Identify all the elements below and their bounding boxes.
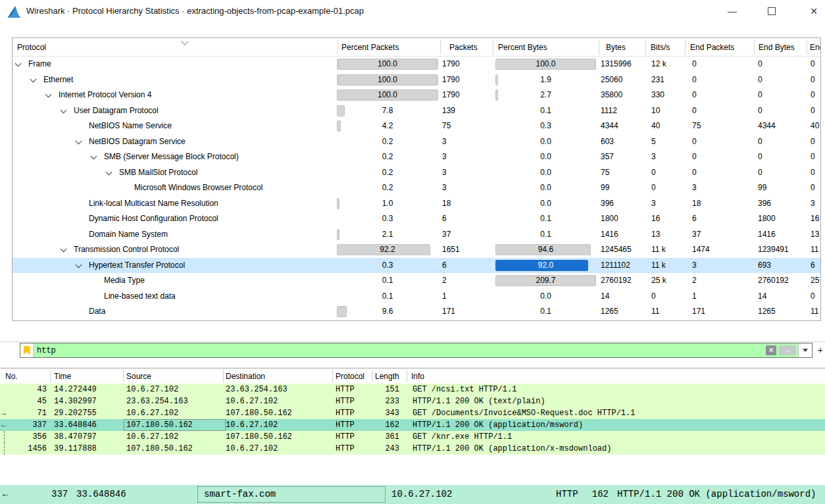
col-source[interactable]: Source (126, 372, 151, 381)
protocol-row[interactable]: Domain Name System2.10.13714161337141613 (12, 227, 820, 243)
protocol-row[interactable]: Data9.60.1171126511171126511 (12, 304, 820, 320)
end-bits-s-value: 11 k (811, 245, 821, 254)
packet-row[interactable]: 35638.47079710.6.27.102107.180.50.162HTT… (0, 431, 825, 443)
protocol-row[interactable]: Hypertext Transfer Protocol0.392.0612111… (12, 258, 820, 274)
end-bits-s-value: 0 (811, 137, 815, 146)
percent-value: 9.6 (337, 307, 438, 316)
percent-cell: 100.0 (337, 59, 438, 70)
percent-value: 0.3 (495, 121, 596, 130)
filter-bookmark-button[interactable] (20, 343, 34, 357)
percent-cell: 100.0 (337, 74, 438, 86)
packets-value: 37 (442, 230, 451, 239)
protocol-name: Domain Name System (89, 230, 168, 239)
percent-value: 0.1 (495, 214, 596, 223)
packet-info: GET /Documents/Invoice&MSO-Request.doc H… (413, 409, 635, 418)
expander-icon[interactable] (76, 261, 82, 268)
percent-value: 0.0 (495, 183, 596, 192)
protocol-row[interactable]: User Datagram Protocol7.80.1139111210000 (12, 103, 820, 119)
protocol-row[interactable]: Frame100.0100.01790131599612 k000 (12, 57, 820, 72)
col-time[interactable]: Time (54, 372, 71, 381)
expander-icon[interactable] (76, 138, 82, 144)
percent-cell: 2.7 (495, 89, 596, 101)
filter-input[interactable]: http (34, 346, 766, 355)
percent-cell: 0.1 (337, 291, 438, 302)
packet-info: HTTP/1.1 200 OK (text/plain) (413, 397, 545, 406)
packet-length: 151 (372, 385, 399, 394)
col-packets[interactable]: Packets (449, 43, 478, 52)
packet-row[interactable]: →7129.20275510.6.27.102107.180.50.162HTT… (0, 407, 825, 419)
protocol-row[interactable]: Line-based text data0.10.011401140 (12, 289, 820, 305)
zoom-info: HTTP/1.1 200 OK (application/msword) (617, 489, 816, 499)
percent-value: 0.1 (495, 106, 596, 115)
packet-info: HTTP/1.1 200 OK (application/msword) (413, 420, 583, 430)
col-length[interactable]: Length (375, 372, 399, 381)
end-bytes-value: 0 (758, 59, 762, 68)
bits-s-value: 0 (651, 168, 656, 177)
packet-protocol: HTTP (336, 397, 355, 406)
packet-row[interactable]: ←33733.648846107.180.50.16210.6.27.102HT… (0, 419, 825, 431)
col-end-bytes[interactable]: End Bytes (759, 43, 795, 52)
protocol-row[interactable]: Microsoft Windows Browser Protocol0.20.0… (12, 180, 820, 196)
col-destination[interactable]: Destination (226, 372, 265, 381)
protocol-row[interactable]: Dynamic Host Configuration Protocol0.30.… (12, 211, 820, 227)
protocol-row[interactable]: NetBIOS Datagram Service0.20.036035000 (12, 134, 820, 150)
packet-row[interactable]: 4514.30299723.63.254.16310.6.27.102HTTP2… (0, 395, 825, 407)
end-bits-s-value: 0 (811, 183, 815, 192)
bytes-value: 1112 (601, 106, 617, 115)
col-end-bits-s[interactable]: End Bits/s (810, 43, 821, 52)
col-end-packets[interactable]: End Packets (690, 43, 734, 52)
col-info[interactable]: Info (411, 372, 424, 381)
col-protocol[interactable]: Protocol (17, 43, 46, 52)
expander-icon[interactable] (61, 107, 67, 113)
packets-value: 1790 (442, 59, 460, 68)
protocol-row[interactable]: SMB (Server Message Block Protocol)0.20.… (12, 149, 820, 165)
packet-row[interactable]: 4314.27244910.6.27.10223.63.254.163HTTP1… (0, 384, 825, 395)
expander-icon[interactable] (30, 76, 37, 82)
protocol-row[interactable]: Media Type0.1209.72276019225 k2276019225… (12, 273, 820, 289)
percent-value: 92.2 (337, 245, 438, 254)
bits-s-value: 5 (651, 137, 656, 146)
bits-s-value: 12 k (651, 59, 666, 68)
minimize-button[interactable]: — (722, 4, 742, 18)
bits-s-value: 0 (651, 291, 656, 301)
protocol-row[interactable]: NetBIOS Name Service4.20.375434440754344… (12, 118, 820, 134)
percent-cell: 0.0 (495, 198, 596, 209)
end-bits-s-value: 3 (811, 199, 815, 208)
protocol-row[interactable]: Link-local Multicast Name Resolution1.00… (12, 196, 820, 212)
filter-clear-button[interactable]: ✕ (766, 345, 776, 355)
protocol-row[interactable]: Ethernet100.01.9179025060231000 (12, 72, 820, 88)
packet-length: 233 (372, 397, 399, 406)
end-bytes-value: 693 (758, 261, 771, 270)
protocol-row[interactable]: Transmission Control Protocol92.294.6165… (12, 242, 820, 258)
col-bits-s[interactable]: Bits/s (651, 43, 670, 52)
packet-protocol: HTTP (336, 420, 355, 430)
filter-dropdown-button[interactable] (798, 343, 812, 357)
expander-icon[interactable] (61, 246, 67, 253)
filter-apply-button[interactable]: → (779, 345, 796, 355)
packets-value: 1790 (442, 90, 460, 99)
protocol-row[interactable]: Internet Protocol Version 4100.02.717903… (12, 88, 820, 103)
filter-add-button[interactable]: + (816, 343, 825, 357)
bits-s-value: 25 k (651, 276, 666, 285)
protocol-row[interactable]: SMB MailSlot Protocol0.20.03750000 (12, 165, 820, 181)
packet-length: 361 (372, 432, 399, 441)
end-bytes-value: 0 (758, 152, 762, 161)
end-bits-s-value: 16 (811, 214, 819, 223)
expander-icon[interactable] (15, 61, 22, 67)
col-bytes[interactable]: Bytes (606, 43, 626, 52)
col-protocol[interactable]: Protocol (336, 372, 364, 381)
col-no[interactable]: No. (5, 372, 18, 381)
expander-icon[interactable] (91, 153, 97, 160)
maximize-icon (768, 7, 776, 15)
col-percent-packets[interactable]: Percent Packets (341, 43, 399, 52)
expander-icon[interactable] (106, 168, 113, 175)
end-bits-s-value: 25 k (811, 276, 821, 285)
expander-icon[interactable] (45, 91, 52, 98)
maximize-button[interactable] (762, 4, 782, 18)
end-bytes-value: 99 (758, 183, 766, 192)
display-filter-bar[interactable]: http ✕ → (20, 343, 813, 358)
bytes-value: 1800 (601, 214, 618, 223)
col-percent-bytes[interactable]: Percent Bytes (498, 43, 547, 52)
close-button[interactable]: ✕ (804, 4, 824, 18)
packet-row[interactable]: 145639.117888107.180.50.16210.6.27.102HT… (0, 443, 825, 455)
